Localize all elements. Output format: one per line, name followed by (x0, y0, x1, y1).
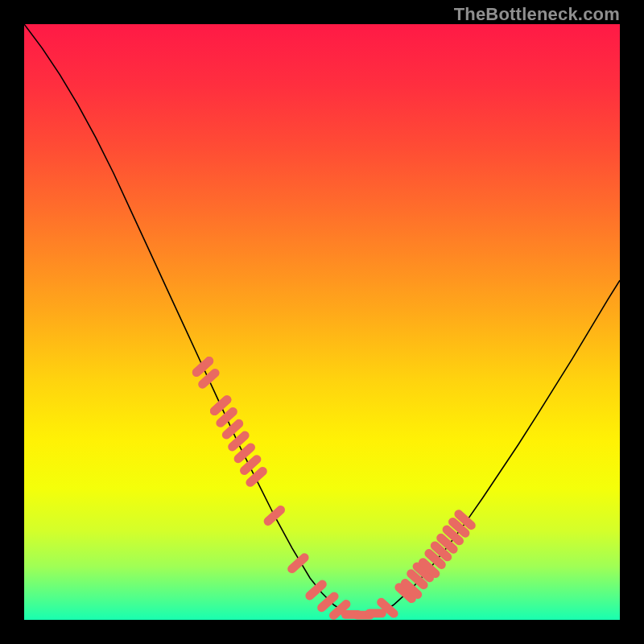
watermark-text: TheBottleneck.com (454, 4, 620, 25)
chart-frame: TheBottleneck.com (0, 0, 644, 644)
gradient-background (24, 24, 620, 620)
bottleneck-chart (24, 24, 620, 620)
